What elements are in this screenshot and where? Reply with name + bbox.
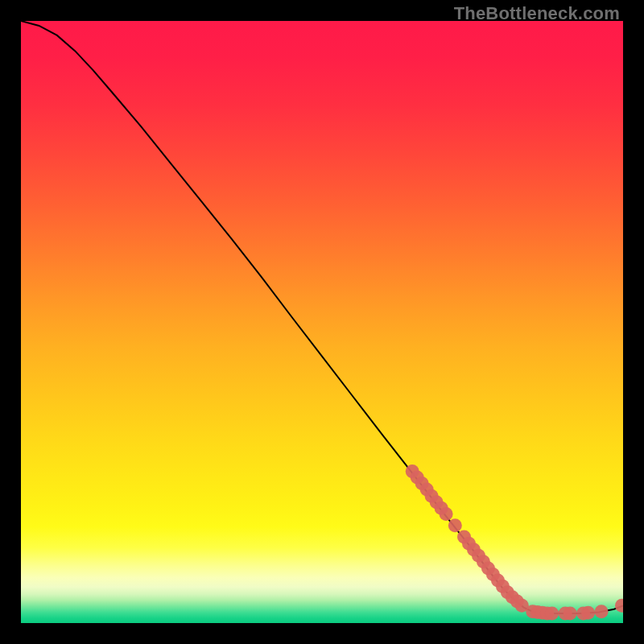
plot-area xyxy=(21,21,623,623)
data-marker xyxy=(564,607,577,621)
chart-frame: TheBottleneck.com xyxy=(0,0,644,644)
chart-svg xyxy=(21,21,623,623)
watermark-label: TheBottleneck.com xyxy=(454,3,620,24)
data-marker xyxy=(545,607,559,621)
background-gradient xyxy=(21,21,623,623)
data-marker xyxy=(448,518,462,532)
data-marker xyxy=(595,605,609,618)
data-marker xyxy=(581,606,595,620)
data-marker xyxy=(440,507,453,521)
